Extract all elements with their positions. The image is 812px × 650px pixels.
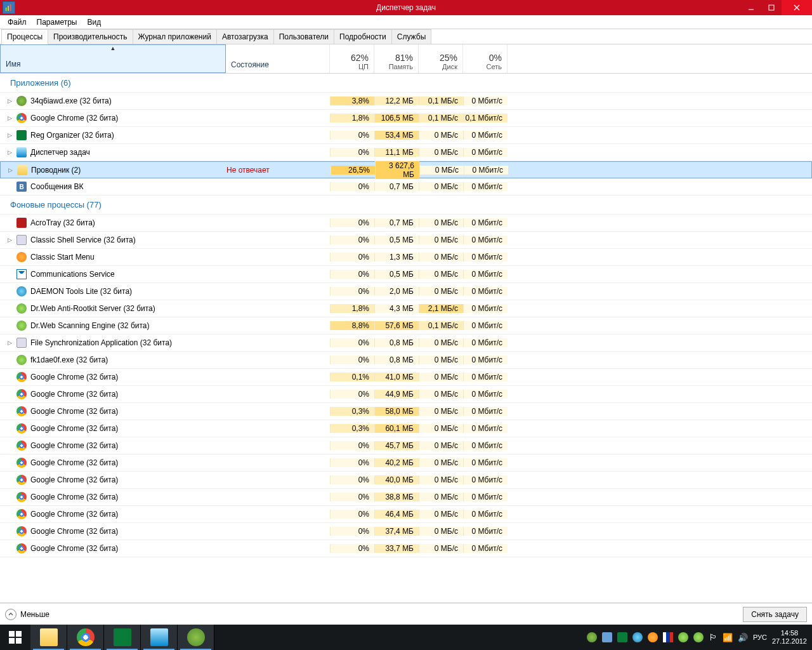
process-row[interactable]: ▷Reg Organizer (32 бита)0%53,4 МБ0 МБ/с0… [0, 127, 812, 144]
expand-icon[interactable]: ▷ [6, 98, 13, 104]
tray-language[interactable]: РУС [753, 633, 767, 641]
process-icon [16, 235, 27, 245]
expand-icon[interactable]: ▷ [6, 237, 13, 243]
process-row[interactable]: fk1dae0f.exe (32 бита)0%0,8 МБ0 МБ/с0 Мб… [0, 352, 812, 369]
expand-icon[interactable]: ▷ [6, 340, 13, 346]
tray-icon[interactable] [678, 632, 688, 642]
tab-4[interactable]: Пользователи [273, 29, 334, 44]
network-value: 0 Мбит/с [463, 270, 508, 279]
svg-rect-7 [9, 631, 15, 637]
expand-icon[interactable]: ▷ [6, 115, 13, 121]
minimize-button[interactable] [741, 0, 761, 15]
process-row[interactable]: ▷Проводник (2)Не отвечает26,5%3 627,6 МБ… [0, 161, 812, 178]
tray-icon[interactable] [648, 632, 658, 642]
taskbar-app[interactable] [178, 625, 214, 650]
process-row[interactable]: ▷Classic Shell Service (32 бита)0%0,5 МБ… [0, 232, 812, 249]
process-row[interactable]: Google Chrome (32 бита)0%37,4 МБ0 МБ/с0 … [0, 523, 812, 540]
tray-icon[interactable] [617, 632, 627, 642]
col-network[interactable]: 0%Сеть [463, 44, 508, 73]
tray-lang-flag-icon[interactable] [663, 632, 673, 642]
tray-icon[interactable] [602, 632, 612, 642]
col-state[interactable]: Состояние [226, 44, 330, 73]
taskbar-explorer[interactable] [30, 625, 67, 650]
process-icon [16, 269, 27, 279]
tab-6[interactable]: Службы [391, 29, 431, 44]
process-icon: B [16, 182, 27, 192]
disk-value: 0 МБ/с [419, 475, 463, 484]
process-row[interactable]: BСообщения ВК0%0,7 МБ0 МБ/с0 Мбит/с [0, 178, 812, 196]
network-value: 0 Мбит/с [463, 287, 508, 296]
taskbar-taskmgr[interactable] [141, 625, 178, 650]
tray-icon[interactable] [693, 632, 704, 642]
group-header[interactable]: Приложения (6) [0, 74, 812, 93]
process-row[interactable]: Google Chrome (32 бита)0%40,2 МБ0 МБ/с0 … [0, 454, 812, 472]
tab-1[interactable]: Производительность [48, 29, 133, 44]
memory-value: 38,8 МБ [374, 493, 419, 501]
process-row[interactable]: Google Chrome (32 бита)0%46,4 МБ0 МБ/с0 … [0, 506, 812, 523]
taskbar-chrome[interactable] [67, 625, 104, 650]
process-row[interactable]: Google Chrome (32 бита)0%44,9 МБ0 МБ/с0 … [0, 386, 812, 403]
close-button[interactable] [782, 0, 812, 15]
col-memory[interactable]: 81%Память [374, 44, 419, 73]
svg-rect-10 [16, 638, 22, 644]
process-row[interactable]: Google Chrome (32 бита)0%40,0 МБ0 МБ/с0 … [0, 472, 812, 489]
process-row[interactable]: DAEMON Tools Lite (32 бита)0%2,0 МБ0 МБ/… [0, 283, 812, 300]
process-row[interactable]: Google Chrome (32 бита)0%38,8 МБ0 МБ/с0 … [0, 489, 812, 506]
tray-clock[interactable]: 14:58 27.12.2012 [772, 629, 807, 646]
col-disk[interactable]: 25%Диск [419, 44, 463, 73]
tray-icon[interactable] [632, 632, 643, 642]
process-icon [16, 147, 27, 157]
tray-action-center-icon[interactable]: 🏳 [709, 632, 717, 642]
footer: Меньше Снять задачу [0, 603, 812, 625]
col-cpu[interactable]: 62%ЦП [330, 44, 374, 73]
menu-вид[interactable]: Вид [82, 16, 106, 29]
disk-value: 0 МБ/с [419, 166, 464, 175]
process-row[interactable]: Classic Start Menu0%1,3 МБ0 МБ/с0 Мбит/с [0, 249, 812, 266]
col-name[interactable]: ▲Имя [0, 44, 226, 73]
process-name: AcroTray (32 бита) [30, 218, 95, 227]
process-row[interactable]: Communications Service0%0,5 МБ0 МБ/с0 Мб… [0, 266, 812, 283]
process-row[interactable]: Dr.Web Scanning Engine (32 бита)8,8%57,6… [0, 317, 812, 335]
end-task-button[interactable]: Снять задачу [743, 607, 807, 622]
start-button[interactable] [0, 625, 30, 650]
expand-icon[interactable]: ▷ [6, 132, 13, 138]
process-row[interactable]: Google Chrome (32 бита)0,3%60,1 МБ0 МБ/с… [0, 420, 812, 437]
maximize-button[interactable] [761, 0, 782, 15]
process-row[interactable]: ▷34q6iawd.exe (32 бита)3,8%12,2 МБ0,1 МБ… [0, 93, 812, 110]
taskbar-regorganizer[interactable] [104, 625, 141, 650]
process-name: Google Chrome (32 бита) [30, 114, 118, 123]
cpu-value: 0% [330, 544, 374, 553]
expand-icon[interactable]: ▷ [7, 167, 13, 173]
expand-icon[interactable]: ▷ [6, 149, 13, 156]
tray-network-icon[interactable]: 📶 [723, 633, 733, 642]
process-row[interactable]: Google Chrome (32 бита)0%45,7 МБ0 МБ/с0 … [0, 437, 812, 454]
process-icon [16, 130, 27, 140]
menu-параметры[interactable]: Параметры [32, 16, 82, 29]
process-row[interactable]: Dr.Web Anti-Rootkit Server (32 бита)1,8%… [0, 300, 812, 317]
menu-файл[interactable]: Файл [3, 16, 32, 29]
process-row[interactable]: ▷File Synchronization Application (32 би… [0, 335, 812, 352]
network-value: 0 Мбит/с [463, 355, 508, 364]
tab-5[interactable]: Подробности [334, 29, 392, 44]
table-body[interactable]: Приложения (6)▷34q6iawd.exe (32 бита)3,8… [0, 74, 812, 602]
cpu-value: 0% [330, 253, 374, 262]
process-name: File Synchronization Application (32 бит… [30, 338, 172, 347]
tray-icon[interactable] [587, 632, 597, 642]
disk-value: 0 МБ/с [419, 235, 463, 244]
process-row[interactable]: Google Chrome (32 бита)0,3%58,0 МБ0 МБ/с… [0, 403, 812, 420]
process-row[interactable]: ▷Диспетчер задач0%11,1 МБ0 МБ/с0 Мбит/с [0, 144, 812, 161]
process-row[interactable]: Google Chrome (32 бита)0%33,7 МБ0 МБ/с0 … [0, 540, 812, 557]
memory-value: 41,0 МБ [374, 373, 419, 381]
tab-2[interactable]: Журнал приложений [133, 29, 217, 44]
fewer-details-button[interactable]: Меньше [5, 609, 49, 620]
process-row[interactable]: ▷Google Chrome (32 бита)1,8%106,5 МБ0,1 … [0, 110, 812, 127]
disk-value: 0,1 МБ/с [419, 321, 463, 330]
group-header[interactable]: Фоновые процессы (77) [0, 196, 812, 215]
process-row[interactable]: Google Chrome (32 бита)0,1%41,0 МБ0 МБ/с… [0, 369, 812, 386]
tab-0[interactable]: Процессы [1, 29, 48, 44]
tab-3[interactable]: Автозагрузка [216, 29, 274, 44]
cpu-value: 0% [330, 287, 374, 296]
process-name: Google Chrome (32 бита) [30, 493, 118, 501]
process-row[interactable]: AcroTray (32 бита)0%0,7 МБ0 МБ/с0 Мбит/с [0, 215, 812, 232]
tray-volume-icon[interactable]: 🔊 [738, 633, 748, 642]
